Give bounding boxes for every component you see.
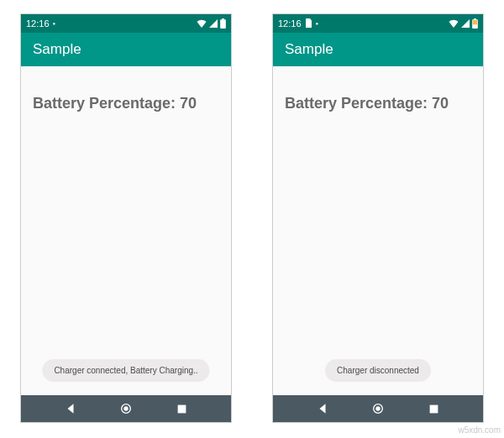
nav-home-button[interactable] [119, 402, 133, 415]
app-bar: Sample [21, 33, 231, 66]
svg-rect-10 [430, 404, 438, 413]
status-bar: 12:16 ● [273, 14, 483, 33]
app-bar: Sample [273, 33, 483, 66]
toast-message: Charger connected, Battery Charging.. [42, 359, 209, 382]
wifi-icon [197, 19, 207, 28]
svg-point-9 [376, 406, 381, 410]
navigation-bar [273, 395, 483, 422]
status-time: 12:16 [26, 18, 50, 29]
app-title: Sample [285, 41, 333, 58]
toast-message: Charger disconnected [325, 359, 431, 382]
content-area: Battery Percentage: 70 Charger connected… [21, 66, 231, 395]
status-right [197, 18, 226, 29]
nav-recent-button[interactable] [428, 404, 439, 415]
device-right: 12:16 ● Sample Battery Percentage: 70 Ch… [272, 13, 484, 423]
status-left: 12:16 ● [278, 18, 318, 29]
status-right [449, 18, 478, 29]
status-time: 12:16 [278, 18, 302, 29]
battery-icon [472, 18, 478, 29]
svg-point-3 [124, 406, 129, 410]
status-bar: 12:16 ● [21, 14, 231, 33]
svg-rect-5 [474, 18, 476, 19]
signal-icon [209, 19, 218, 28]
wifi-icon [449, 19, 459, 28]
navigation-bar [21, 395, 231, 422]
app-title: Sample [33, 41, 81, 58]
battery-percentage-label: Battery Percentage: 70 [33, 95, 219, 112]
nav-recent-button[interactable] [176, 404, 187, 415]
battery-percentage-label: Battery Percentage: 70 [285, 95, 471, 112]
doc-icon [305, 18, 312, 29]
nav-back-button[interactable] [317, 403, 328, 415]
signal-icon [461, 19, 470, 28]
nav-home-button[interactable] [371, 402, 385, 415]
content-area: Battery Percentage: 70 Charger disconnec… [273, 66, 483, 395]
status-dot-icon: ● [316, 21, 319, 26]
svg-rect-0 [222, 18, 224, 19]
svg-rect-7 [473, 20, 477, 24]
status-dot-icon: ● [53, 21, 56, 26]
nav-back-button[interactable] [65, 403, 76, 415]
svg-rect-1 [220, 19, 226, 29]
device-left: 12:16 ● Sample Battery Percentage: 70 Ch… [20, 13, 232, 423]
battery-icon [220, 18, 226, 29]
watermark: w5xdn.com [458, 425, 501, 435]
svg-rect-4 [178, 404, 186, 413]
status-left: 12:16 ● [26, 18, 55, 29]
